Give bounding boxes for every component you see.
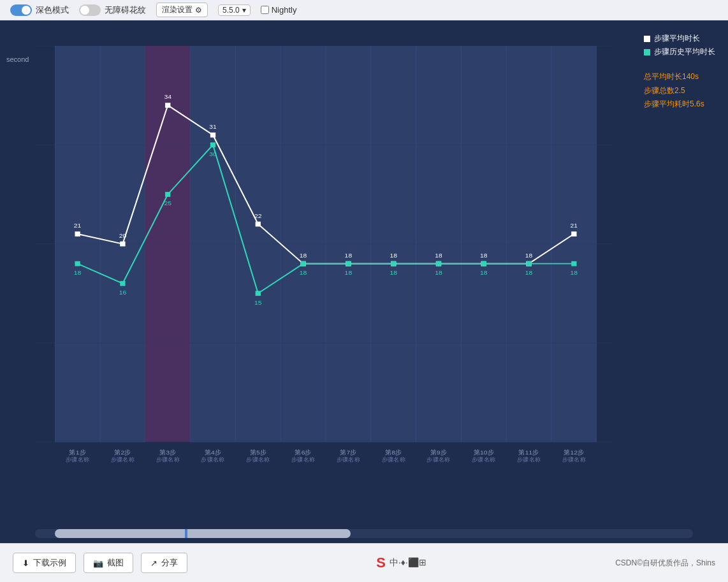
teal-val-7: 18 — [345, 269, 353, 276]
legend-teal-label: 步骤历史平均时长 — [654, 47, 715, 57]
x-sublabel-3: 步骤名称 — [156, 457, 180, 463]
teal-val-6: 18 — [300, 269, 307, 276]
download-label: 下载示例 — [33, 557, 66, 569]
screenshot-button[interactable]: 📷 截图 — [84, 553, 133, 573]
stat-total-duration: 总平均时长140s — [644, 70, 715, 84]
x-label-11: 第11步 — [518, 449, 539, 456]
teal-point-9 — [436, 261, 441, 266]
stat-step-count: 步骤总数2.5 — [644, 84, 715, 98]
nightly-checkbox-group: Nightly — [261, 5, 297, 15]
x-sublabel-12: 步骤名称 — [562, 457, 586, 463]
share-icon: ↗ — [150, 558, 157, 568]
chart-container: second 步骤平均时长 步骤历史平均时长 总平均时长140s 步骤总数2.5… — [0, 20, 728, 543]
scrollbar-track — [35, 529, 693, 538]
chart-area: second 步骤平均时长 步骤历史平均时长 总平均时长140s 步骤总数2.5… — [0, 20, 728, 524]
teal-val-10: 18 — [480, 269, 488, 276]
copyright-text: CSDN©自研优质作品，Shins — [615, 558, 715, 569]
x-sublabel-2: 步骤名称 — [111, 457, 135, 463]
bottom-left-actions: ⬇ 下载示例 📷 截图 ↗ 分享 — [13, 553, 187, 573]
x-sublabel-11: 步骤名称 — [517, 457, 541, 463]
camera-icon: 📷 — [93, 558, 103, 568]
white-point-12 — [571, 231, 576, 236]
x-sublabel-1: 步骤名称 — [66, 457, 89, 463]
main-chart-svg: 0 10 20 30 40 第1步 步骤名称 第2步 步骤名称 第3步 步骤名称… — [35, 46, 632, 467]
legend-teal-icon — [644, 49, 650, 55]
teal-val-9: 18 — [435, 269, 442, 276]
legend-teal: 步骤历史平均时长 — [644, 47, 715, 57]
x-sublabel-4: 步骤名称 — [201, 457, 224, 463]
white-val-12: 21 — [571, 222, 578, 229]
white-point-4 — [210, 133, 215, 138]
white-point-3 — [165, 103, 170, 108]
white-val-11: 18 — [525, 252, 533, 259]
teal-point-10 — [481, 261, 486, 266]
white-point-2 — [120, 242, 125, 247]
white-point-1 — [75, 231, 80, 236]
render-settings-button[interactable]: 渲染设置 ⚙ — [156, 3, 208, 17]
teal-val-12: 18 — [571, 269, 578, 276]
x-label-9: 第9步 — [430, 449, 447, 456]
bottom-toolbar: ⬇ 下载示例 📷 截图 ↗ 分享 S 中·♦·⬛⊞ CSDN©自研优质作品，Sh… — [0, 543, 728, 582]
x-sublabel-7: 步骤名称 — [337, 457, 360, 463]
render-settings-label: 渲染设置 — [162, 4, 193, 15]
share-button[interactable]: ↗ 分享 — [141, 553, 187, 573]
teal-point-1 — [75, 261, 80, 266]
x-label-8: 第8步 — [385, 449, 402, 456]
chart-legend: 步骤平均时长 步骤历史平均时长 总平均时长140s 步骤总数2.5 步骤平均耗时… — [644, 33, 715, 112]
white-val-3: 34 — [164, 94, 171, 101]
teal-val-3: 25 — [164, 200, 171, 207]
teal-point-11 — [526, 261, 531, 266]
white-val-2: 20 — [119, 232, 127, 239]
screenshot-label: 截图 — [107, 557, 124, 569]
legend-stats: 总平均时长140s 步骤总数2.5 步骤平均耗时5.6s — [644, 70, 715, 112]
version-value: 5.5.0 — [222, 6, 240, 15]
nightly-checkbox[interactable] — [261, 6, 269, 14]
teal-point-3 — [165, 192, 170, 197]
download-button[interactable]: ⬇ 下载示例 — [13, 553, 76, 573]
stat-avg-time: 步骤平均耗时5.6s — [644, 98, 715, 112]
teal-val-11: 18 — [525, 269, 533, 276]
teal-point-5 — [256, 291, 261, 296]
x-label-10: 第10步 — [474, 449, 494, 456]
y-axis-label: second — [6, 55, 29, 63]
version-select[interactable]: 5.5.0 ▾ — [218, 4, 251, 16]
dark-mode-toggle[interactable] — [10, 4, 32, 16]
dark-mode-toggle-group: 深色模式 — [10, 4, 69, 16]
x-label-6: 第6步 — [295, 449, 311, 456]
chevron-down-icon: ▾ — [242, 6, 246, 15]
white-val-9: 18 — [435, 252, 442, 259]
x-label-1: 第1步 — [69, 449, 85, 456]
logo-s: S — [376, 555, 386, 571]
share-label: 分享 — [161, 557, 178, 569]
download-icon: ⬇ — [22, 558, 29, 568]
scrollbar-thumb[interactable] — [55, 529, 351, 538]
legend-white-label: 步骤平均时长 — [654, 33, 700, 44]
chart-scrollbar[interactable] — [35, 524, 693, 543]
top-toolbar: 深色模式 无障碍花纹 渲染设置 ⚙ 5.5.0 ▾ Nightly — [0, 0, 728, 20]
teal-point-12 — [571, 261, 576, 266]
teal-point-4 — [210, 142, 215, 147]
white-val-6: 18 — [300, 252, 307, 259]
teal-val-4: 30 — [209, 150, 217, 157]
legend-white-icon — [644, 36, 650, 42]
legend-white: 步骤平均时长 — [644, 33, 715, 44]
x-label-3: 第3步 — [159, 449, 176, 456]
white-val-4: 31 — [209, 123, 217, 130]
scrollbar-indicator — [185, 529, 187, 538]
teal-point-8 — [391, 261, 396, 266]
teal-point-6 — [300, 261, 305, 266]
barrier-free-toggle[interactable] — [79, 4, 101, 16]
barrier-free-label: 无障碍花纹 — [105, 4, 146, 16]
x-sublabel-9: 步骤名称 — [426, 457, 450, 463]
white-val-7: 18 — [345, 252, 353, 259]
x-label-5: 第5步 — [250, 449, 266, 456]
white-val-5: 22 — [254, 212, 262, 219]
teal-val-2: 16 — [119, 289, 127, 296]
gear-icon: ⚙ — [195, 6, 202, 15]
x-sublabel-10: 步骤名称 — [472, 457, 495, 463]
x-label-2: 第2步 — [114, 449, 131, 456]
x-label-7: 第7步 — [340, 449, 356, 456]
barrier-free-toggle-group: 无障碍花纹 — [79, 4, 146, 16]
white-val-10: 18 — [480, 252, 488, 259]
nightly-label: Nightly — [272, 5, 297, 15]
